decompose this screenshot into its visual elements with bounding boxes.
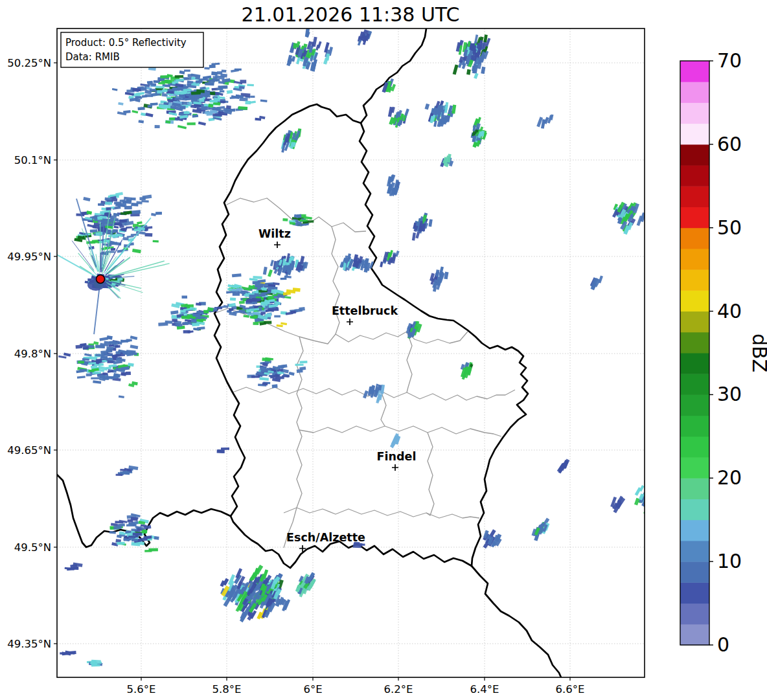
radar-echo [293, 288, 301, 291]
map-svg: 21.01.2026 11:38 UTC WiltzEttelbruckFind… [0, 0, 767, 700]
radar-echo [229, 308, 234, 311]
colorbar-segment [680, 249, 709, 270]
colorbar-tick-label: 30 [717, 383, 742, 405]
colorbar-tick-label: 40 [717, 300, 742, 322]
radar-echo [175, 75, 183, 78]
colorbar-tick-label: 70 [717, 49, 742, 72]
radar-echo [300, 220, 308, 222]
colorbar-axis-label: dBZ [748, 333, 767, 372]
radar-echo [91, 378, 100, 379]
radar-echo [291, 311, 296, 314]
product-line: Product: 0.5° Reflectivity [65, 37, 187, 49]
colorbar-tick-label: 10 [717, 550, 742, 572]
radar-echo [166, 96, 171, 98]
colorbar-segment [680, 416, 709, 437]
radar-echo [194, 104, 201, 107]
colorbar-segment [680, 394, 709, 416]
colorbar-segment [680, 228, 709, 249]
radar-echo [221, 447, 229, 450]
radar-echo [155, 125, 160, 128]
y-tick-label: 49.95°N [7, 251, 51, 263]
colorbar-segment [680, 82, 709, 103]
radar-echo [233, 293, 240, 296]
city-label: Wiltz [258, 227, 291, 240]
radar-echo [211, 71, 218, 75]
radar-echo [144, 233, 152, 237]
colorbar-segment [680, 478, 709, 499]
radar-echo [265, 313, 271, 317]
radar-echo [95, 241, 99, 243]
radar-echo [154, 80, 159, 83]
plot-title: 21.01.2026 11:38 UTC [242, 3, 460, 26]
radar-echo [120, 372, 126, 376]
radar-echo [177, 87, 185, 89]
radar-echo [111, 242, 117, 244]
radar-echo [126, 339, 132, 342]
radar-echo [161, 104, 170, 108]
city-label: Findel [377, 450, 417, 463]
radar-echo [247, 84, 254, 87]
radar-echo [250, 96, 255, 98]
radar-echo [90, 229, 98, 232]
radar-echo [141, 200, 148, 203]
colorbar-segment [680, 624, 709, 646]
y-tick-label: 49.65°N [7, 444, 51, 457]
radar-echo [217, 449, 225, 453]
radar-echo [150, 89, 156, 92]
colorbar-segment [680, 561, 709, 583]
x-tick-label: 5.6°E [127, 683, 156, 695]
radar-echo [196, 302, 201, 306]
radar-echo [82, 358, 89, 361]
radar-echo [260, 366, 267, 370]
x-tick-label: 6.6°E [556, 683, 585, 695]
radar-echo [297, 214, 302, 218]
radar-echo [109, 531, 116, 534]
radar-echo [220, 90, 224, 93]
colorbar-segment [680, 124, 709, 145]
radar-echo [187, 315, 194, 318]
radar-echo [218, 85, 228, 89]
radar-echo [240, 80, 246, 84]
radar-echo [101, 352, 107, 356]
radar-echo [261, 301, 269, 304]
radar-echo [264, 321, 271, 324]
y-tick-label: 49.5°N [14, 541, 51, 554]
radar-echo [264, 372, 269, 375]
colorbar-segment [680, 61, 709, 82]
radar-echo [231, 109, 235, 111]
product-info-box: Product: 0.5° Reflectivity Data: RMIB [61, 32, 203, 67]
radar-echo [95, 213, 100, 216]
colorbar-tick-label: 50 [717, 216, 742, 239]
colorbar-segment [680, 541, 709, 562]
radar-echo [91, 664, 100, 667]
colorbar-segment [680, 582, 709, 604]
radar-echo [165, 321, 172, 324]
radar-echo [199, 78, 207, 81]
radar-echo [274, 315, 280, 317]
radar-site-dot [97, 275, 105, 284]
data-source-line: Data: RMIB [65, 51, 120, 63]
colorbar-segment [680, 186, 709, 207]
radar-echo [148, 548, 158, 551]
radar-echo [220, 101, 225, 104]
radar-echo [208, 82, 214, 85]
radar-echo [211, 79, 220, 82]
radar-echo [157, 91, 162, 94]
radar-echo [184, 70, 190, 72]
colorbar-segment [680, 144, 709, 166]
radar-echo [238, 106, 248, 110]
radar-echo [105, 201, 112, 205]
radar-echo [120, 199, 126, 202]
radar-echo [117, 542, 124, 545]
radar-echo [182, 295, 188, 299]
radar-echo [136, 201, 142, 205]
colorbar-segment [680, 499, 709, 521]
y-tick-label: 49.8°N [14, 348, 51, 360]
colorbar-segment [680, 374, 709, 395]
radar-echo [132, 88, 141, 91]
radar-echo [280, 278, 287, 280]
radar-echo [96, 359, 102, 362]
y-tick-label: 50.1°N [14, 154, 51, 166]
radar-echo [272, 384, 278, 388]
radar-echo [133, 532, 142, 536]
